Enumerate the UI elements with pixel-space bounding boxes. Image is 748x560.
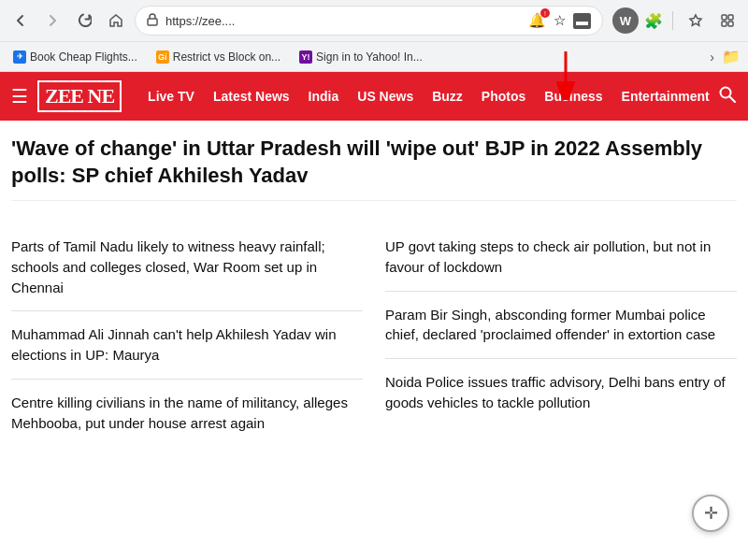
alert-icon[interactable]: 🔔 ! (528, 12, 546, 29)
nav-latest-news[interactable]: Latest News (206, 83, 297, 109)
news-grid: Parts of Tamil Nadu likely to witness he… (0, 223, 748, 446)
nav-search-icon[interactable] (718, 85, 737, 108)
news-item-right-0[interactable]: UP govt taking steps to check air pollut… (385, 223, 737, 292)
hamburger-menu[interactable]: ☰ (11, 85, 28, 108)
hero-section: 'Wave of change' in Uttar Pradesh will '… (0, 121, 748, 223)
news-item-right-2[interactable]: Noida Police issues traffic advisory, De… (385, 359, 737, 426)
bookmark-restrict[interactable]: Gi Restrict vs Block on... (151, 49, 286, 65)
refresh-button[interactable] (71, 7, 97, 34)
svg-rect-4 (728, 22, 733, 26)
svg-rect-3 (722, 22, 726, 26)
flights-favicon: ✈ (13, 50, 26, 64)
restrict-favicon: Gi (156, 50, 169, 64)
nav-buzz[interactable]: Buzz (424, 83, 470, 109)
svg-rect-0 (148, 19, 157, 25)
toolbar-icons: W 🧩 (612, 7, 741, 34)
screenshot-icon[interactable]: ▬ (573, 13, 591, 29)
bookmarks-more-button[interactable]: › (710, 50, 714, 65)
bookmark-yahoo-label: Sign in to Yahoo! In... (316, 50, 423, 64)
extension-icon[interactable]: 🧩 (644, 12, 663, 30)
bookmarks-bar: ✈ Book Cheap Flights... Gi Restrict vs B… (0, 41, 748, 71)
nav-india[interactable]: India (301, 83, 347, 109)
news-left-column: Parts of Tamil Nadu likely to witness he… (11, 223, 363, 446)
svg-rect-2 (728, 15, 733, 20)
zee-logo: ZEE NE (37, 80, 122, 112)
nav-us-news[interactable]: US News (350, 83, 421, 109)
lock-icon (147, 13, 158, 29)
bookmark-yahoo[interactable]: Y! Sign in to Yahoo! In... (294, 49, 428, 65)
svg-line-8 (730, 96, 736, 102)
news-item-left-1[interactable]: Muhammad Ali Jinnah can't help Akhilesh … (11, 311, 363, 380)
news-right-column: UP govt taking steps to check air pollut… (385, 223, 737, 446)
bookmark-flights[interactable]: ✈ Book Cheap Flights... (7, 49, 143, 65)
nav-live-tv[interactable]: Live TV (140, 83, 202, 109)
yahoo-favicon: Y! (299, 50, 312, 64)
star-icon[interactable]: ☆ (554, 12, 566, 29)
home-button[interactable] (103, 7, 129, 34)
nav-business[interactable]: Business (537, 83, 610, 109)
bookmark-flights-label: Book Cheap Flights... (30, 50, 137, 64)
nav-links: Live TV Latest News India US News Buzz P… (140, 83, 718, 109)
address-bar[interactable]: https://zee.... 🔔 ! ☆ ▬ (135, 6, 603, 36)
bookmarks-folder-icon[interactable]: 📁 (722, 48, 741, 65)
site-nav: ☰ ZEE NE Live TV Latest News India US Ne… (0, 72, 748, 121)
site-content: ☰ ZEE NE Live TV Latest News India US Ne… (0, 72, 748, 446)
back-button[interactable] (7, 7, 34, 34)
svg-rect-1 (722, 15, 726, 20)
nav-entertainment[interactable]: Entertainment (614, 83, 717, 109)
browser-toolbar: https://zee.... 🔔 ! ☆ ▬ W 🧩 (0, 0, 748, 41)
hero-title[interactable]: 'Wave of change' in Uttar Pradesh will '… (11, 136, 737, 201)
news-item-left-2[interactable]: Centre killing civilians in the name of … (11, 380, 363, 447)
divider (672, 11, 673, 30)
bookmark-restrict-label: Restrict vs Block on... (173, 50, 280, 64)
address-icons: 🔔 ! ☆ ▬ (528, 12, 591, 29)
url-text: https://zee.... (165, 14, 521, 28)
profile-avatar[interactable]: W (612, 7, 639, 34)
browser-chrome: https://zee.... 🔔 ! ☆ ▬ W 🧩 (0, 0, 748, 72)
news-item-left-0[interactable]: Parts of Tamil Nadu likely to witness he… (11, 223, 363, 311)
forward-button[interactable] (39, 7, 65, 34)
nav-photos[interactable]: Photos (474, 83, 533, 109)
favorites-icon[interactable] (683, 7, 709, 34)
news-item-right-1[interactable]: Param Bir Singh, absconding former Mumba… (385, 292, 737, 360)
collections-icon[interactable] (714, 7, 741, 34)
